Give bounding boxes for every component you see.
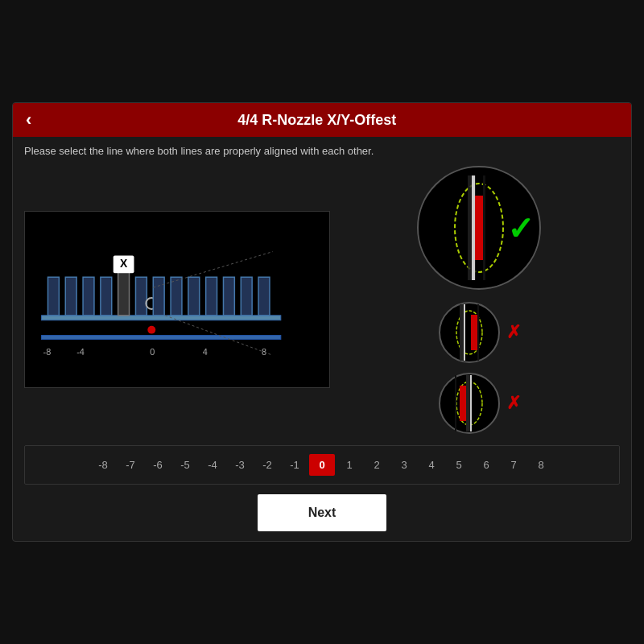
svg-rect-18 <box>258 277 270 316</box>
svg-text:4: 4 <box>203 347 208 357</box>
reference-area: ✓ ✗ <box>338 163 620 436</box>
svg-text:0: 0 <box>150 347 155 357</box>
svg-text:X: X <box>120 257 128 270</box>
incorrect-circle-1-row: ✗ <box>437 300 521 365</box>
incorrect-circles-group: ✗ ✗ <box>437 300 521 436</box>
svg-rect-43 <box>470 375 472 431</box>
svg-rect-7 <box>118 269 130 315</box>
screen: ‹ 4/4 R-Nozzle X/Y-Offest Please select … <box>0 0 644 644</box>
selector-item--1[interactable]: -1 <box>282 454 308 476</box>
selector-item-0[interactable]: 0 <box>309 454 335 476</box>
svg-rect-13 <box>171 277 182 316</box>
svg-rect-17 <box>241 277 252 316</box>
svg-rect-15 <box>206 277 217 316</box>
instruction-text: Please select the line where both lines … <box>13 137 631 163</box>
page-title: 4/4 R-Nozzle X/Y-Offest <box>39 112 594 129</box>
selector-item--7[interactable]: -7 <box>118 454 143 476</box>
x-mark-2: ✗ <box>506 393 521 414</box>
selector-item--5[interactable]: -5 <box>172 454 198 476</box>
selector-item-7[interactable]: 7 <box>501 454 526 476</box>
svg-rect-4 <box>65 277 76 316</box>
back-button[interactable]: ‹ <box>26 111 31 129</box>
selector-item-2[interactable]: 2 <box>364 454 390 476</box>
incorrect-circle-2-svg <box>437 371 502 436</box>
selector-item--6[interactable]: -6 <box>145 454 171 476</box>
svg-rect-12 <box>153 277 164 316</box>
incorrect-circle-1-svg <box>437 300 502 365</box>
svg-rect-5 <box>83 277 94 316</box>
svg-rect-31 <box>475 196 483 260</box>
selector-item--4[interactable]: -4 <box>200 454 225 476</box>
nozzle-diagram: X <box>24 211 330 388</box>
incorrect-circle-2-row: ✗ <box>437 371 521 436</box>
selector-item--8[interactable]: -8 <box>90 454 116 476</box>
selector-item-5[interactable]: 5 <box>446 454 472 476</box>
selector-item--3[interactable]: -3 <box>227 454 253 476</box>
svg-text:✓: ✓ <box>507 211 535 246</box>
svg-rect-3 <box>47 277 59 316</box>
svg-rect-10 <box>135 277 147 316</box>
svg-text:-8: -8 <box>43 347 52 357</box>
x-mark-1: ✗ <box>506 322 521 343</box>
svg-rect-30 <box>472 175 475 280</box>
selector-item-4[interactable]: 4 <box>419 454 444 476</box>
svg-rect-1 <box>42 316 281 320</box>
svg-rect-45 <box>455 375 456 431</box>
svg-rect-6 <box>101 277 112 316</box>
svg-point-19 <box>147 326 155 334</box>
selector-item-8[interactable]: 8 <box>528 454 554 476</box>
card: ‹ 4/4 R-Nozzle X/Y-Offest Please select … <box>12 102 632 542</box>
svg-rect-39 <box>477 304 479 361</box>
selector-item--2[interactable]: -2 <box>254 454 280 476</box>
svg-point-34 <box>440 303 499 362</box>
selector-item-6[interactable]: 6 <box>473 454 499 476</box>
svg-text:-4: -4 <box>76 347 85 357</box>
selector-item-1[interactable]: 1 <box>336 454 362 476</box>
selector-item-3[interactable]: 3 <box>391 454 417 476</box>
selector-row: -8-7-6-5-4-3-2-1012345678 <box>24 445 620 485</box>
svg-rect-37 <box>464 304 465 361</box>
diagram-area: X <box>13 163 631 442</box>
svg-rect-36 <box>460 304 464 361</box>
svg-rect-44 <box>460 386 466 421</box>
correct-circle-container: ✓ <box>415 163 543 295</box>
svg-rect-32 <box>483 175 485 280</box>
svg-rect-14 <box>188 277 200 316</box>
svg-rect-38 <box>471 315 477 350</box>
svg-rect-42 <box>466 375 470 431</box>
nozzle-svg: X <box>25 212 329 387</box>
correct-circle-svg: ✓ <box>415 163 543 292</box>
header: ‹ 4/4 R-Nozzle X/Y-Offest <box>13 103 631 137</box>
svg-rect-16 <box>223 277 234 316</box>
svg-rect-2 <box>42 336 281 340</box>
next-button[interactable]: Next <box>258 494 386 531</box>
